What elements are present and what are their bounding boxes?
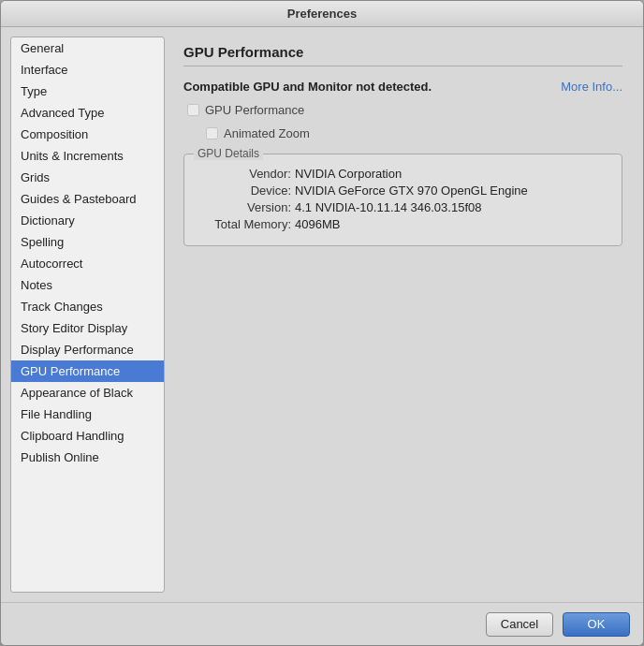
warning-row: Compatible GPU and Monitor not detected.… [183,80,622,94]
gpu-detail-value: 4.1 NVIDIA-10.11.14 346.03.15f08 [295,200,481,214]
animated-zoom-checkbox-row: Animated Zoom [183,126,622,140]
gpu-detail-value: NVIDIA GeForce GTX 970 OpenGL Engine [295,184,528,198]
gpu-detail-row: Total Memory:4096MB [198,217,608,231]
gpu-detail-value: NVIDIA Corporation [295,167,402,181]
gpu-details-legend: GPU Details [194,147,263,160]
dialog-title: Preferences [287,7,357,21]
sidebar-item-type[interactable]: Type [11,81,164,102]
animated-zoom-checkbox[interactable] [206,127,218,139]
gpu-detail-label: Device: [198,184,291,198]
cancel-button[interactable]: Cancel [486,612,553,637]
sidebar-item-track-changes[interactable]: Track Changes [11,296,164,317]
sidebar-item-guides-pasteboard[interactable]: Guides & Pasteboard [11,188,164,210]
content-area: GPU Performance Compatible GPU and Monit… [172,37,634,593]
gpu-detail-label: Total Memory: [198,217,291,231]
gpu-performance-checkbox[interactable] [187,104,199,116]
dialog-footer: Cancel OK [1,602,643,645]
sidebar-item-composition[interactable]: Composition [11,124,164,145]
gpu-detail-row: Vendor:NVIDIA Corporation [198,167,608,181]
gpu-detail-value: 4096MB [295,217,340,231]
gpu-detail-row: Version:4.1 NVIDIA-10.11.14 346.03.15f08 [198,200,608,214]
more-info-link[interactable]: More Info... [561,80,622,94]
sidebar-item-notes[interactable]: Notes [11,274,164,296]
sidebar-item-dictionary[interactable]: Dictionary [11,210,164,231]
sidebar-item-spelling[interactable]: Spelling [11,231,164,253]
sidebar-item-gpu-performance[interactable]: GPU Performance [11,360,164,382]
gpu-details-rows: Vendor:NVIDIA CorporationDevice:NVIDIA G… [198,167,608,231]
warning-text: Compatible GPU and Monitor not detected. [183,80,432,94]
animated-zoom-label: Animated Zoom [224,126,310,140]
sidebar-item-general[interactable]: General [11,37,164,59]
gpu-performance-label: GPU Performance [205,103,304,117]
gpu-detail-row: Device:NVIDIA GeForce GTX 970 OpenGL Eng… [198,184,608,198]
sidebar-item-story-editor-display[interactable]: Story Editor Display [11,317,164,339]
ok-button[interactable]: OK [563,612,630,637]
sidebar-item-grids[interactable]: Grids [11,167,164,188]
sidebar-item-clipboard-handling[interactable]: Clipboard Handling [11,425,164,447]
title-bar: Preferences [1,1,643,27]
preferences-dialog: Preferences GeneralInterfaceTypeAdvanced… [0,0,644,646]
sidebar-item-interface[interactable]: Interface [11,59,164,81]
sidebar-item-units-increments[interactable]: Units & Increments [11,145,164,167]
sidebar: GeneralInterfaceTypeAdvanced TypeComposi… [10,37,165,593]
sidebar-item-display-performance[interactable]: Display Performance [11,339,164,360]
sidebar-item-appearance-of-black[interactable]: Appearance of Black [11,382,164,404]
gpu-detail-label: Vendor: [198,167,291,181]
dialog-body: GeneralInterfaceTypeAdvanced TypeComposi… [1,27,643,602]
gpu-performance-checkbox-row: GPU Performance [183,103,622,117]
sidebar-item-autocorrect[interactable]: Autocorrect [11,253,164,274]
sidebar-item-publish-online[interactable]: Publish Online [11,447,164,468]
sidebar-item-advanced-type[interactable]: Advanced Type [11,102,164,124]
gpu-detail-label: Version: [198,200,291,214]
sidebar-item-file-handling[interactable]: File Handling [11,404,164,425]
gpu-details-box: GPU Details Vendor:NVIDIA CorporationDev… [183,154,622,246]
content-title: GPU Performance [183,44,622,66]
